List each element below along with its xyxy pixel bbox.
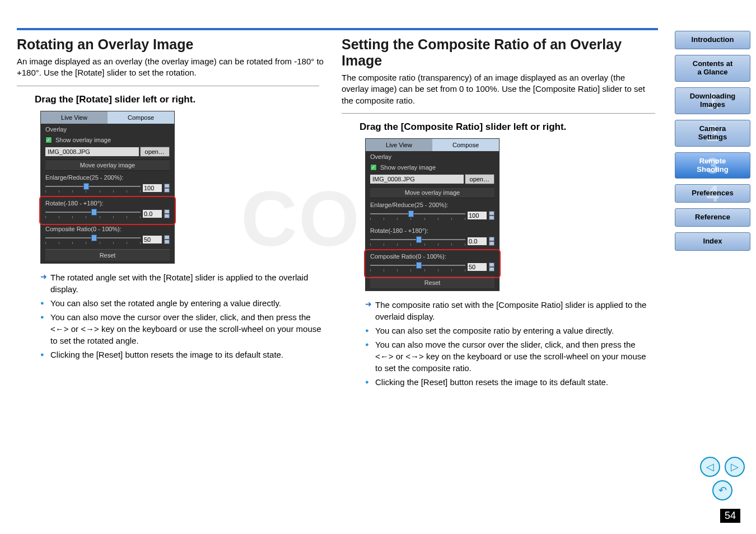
overlay-header: Overlay [366, 151, 499, 162]
note-item: The composite ratio set with the [Compos… [365, 299, 650, 322]
composite-value[interactable]: 50 [143, 236, 162, 243]
note-item: You can also set the rotated angle by en… [40, 297, 325, 309]
composite-slider[interactable] [370, 262, 465, 272]
note-item: Clicking the [Reset] button resets the i… [365, 376, 650, 388]
section-title: Rotating an Overlay Image [17, 36, 325, 53]
header-accent-bar [17, 28, 658, 30]
enlarge-value[interactable]: 100 [143, 184, 162, 192]
section-intro: The composite ratio (transparency) of an… [342, 72, 650, 106]
section-intro: An image displayed as an overlay (the ov… [17, 56, 325, 79]
composite-label: Composite Ratio(0 - 100%): [45, 226, 170, 232]
composite-group-highlighted: Composite Ratio(0 - 100%): 50 ▲▼ [366, 251, 499, 277]
section-composite: Setting the Composite Ratio of an Overla… [342, 36, 650, 390]
note-item: Clicking the [Reset] button resets the i… [40, 349, 325, 360]
tab-live-view[interactable]: Live View [41, 111, 108, 124]
enlarge-label: Enlarge/Reduce(25 - 200%): [45, 174, 170, 181]
move-overlay-button[interactable]: Move overlay image [45, 160, 170, 171]
composite-slider[interactable] [45, 235, 141, 245]
open-button[interactable]: open… [140, 147, 170, 157]
rotate-spinner[interactable]: ▲▼ [164, 209, 170, 218]
composite-group: Composite Ratio(0 - 100%): 50 ▲▼ [41, 223, 174, 249]
filename-row: IMG_0008.JPG open… [41, 145, 174, 158]
sidebar-item-preferences[interactable]: 4Preferences [675, 184, 750, 203]
panel-tabs: Live View Compose [366, 139, 499, 151]
overlay-panel: Live View Compose Overlay ✓ Show overlay… [40, 111, 175, 264]
reset-button[interactable]: Reset [45, 249, 170, 261]
enlarge-label: Enlarge/Reduce(25 - 200%): [370, 202, 494, 208]
sidebar-item-remote-shooting[interactable]: 3Remote Shooting [675, 152, 750, 179]
enlarge-slider[interactable] [370, 210, 465, 221]
tab-live-view[interactable]: Live View [366, 139, 432, 151]
notes-left: The rotated angle set with the [Rotate] … [40, 271, 325, 360]
rotate-label: Rotate(-180 - +180°): [370, 227, 494, 234]
overlay-panel: Live View Compose Overlay ✓ Show overlay… [365, 138, 500, 291]
prev-page-icon[interactable]: ◁ [700, 457, 720, 477]
page-number: 54 [720, 509, 740, 523]
rotate-label: Rotate(-180 - +180°): [45, 200, 170, 207]
rotate-slider[interactable] [45, 209, 141, 219]
show-overlay-row: ✓ Show overlay image [41, 135, 174, 145]
show-overlay-label: Show overlay image [55, 137, 111, 143]
sidebar-item-introduction[interactable]: Introduction [675, 31, 750, 49]
section-rotating: Rotating an Overlay Image An image displ… [17, 36, 325, 390]
page-content: Rotating an Overlay Image An image displ… [17, 36, 650, 390]
reset-button[interactable]: Reset [370, 277, 494, 288]
enlarge-reduce-group: Enlarge/Reduce(25 - 200%): 100 ▲▼ [41, 172, 174, 198]
filename-row: IMG_0008.JPG open… [366, 172, 499, 186]
divider [342, 113, 655, 114]
move-overlay-button[interactable]: Move overlay image [370, 187, 494, 198]
tab-compose[interactable]: Compose [108, 111, 174, 124]
back-icon[interactable]: ↶ [712, 480, 732, 500]
composite-value[interactable]: 50 [468, 263, 487, 271]
panel-tabs: Live View Compose [41, 111, 174, 124]
show-overlay-checkbox[interactable]: ✓ [370, 164, 377, 171]
show-overlay-checkbox[interactable]: ✓ [45, 137, 52, 143]
enlarge-slider[interactable] [45, 183, 141, 193]
next-page-icon[interactable]: ▷ [725, 457, 745, 477]
tab-compose[interactable]: Compose [432, 139, 499, 151]
notes-right: The composite ratio set with the [Compos… [365, 299, 650, 388]
sidebar-navigation: Introduction Contents at a Glance 1Downl… [675, 31, 750, 251]
enlarge-reduce-group: Enlarge/Reduce(25 - 200%): 100 ▲▼ [366, 199, 499, 225]
sidebar-item-contents[interactable]: Contents at a Glance [675, 55, 750, 82]
show-overlay-row: ✓ Show overlay image [366, 162, 499, 172]
rotate-group: Rotate(-180 - +180°): 0.0 ▲▼ [366, 225, 499, 251]
rotate-slider[interactable] [370, 236, 465, 246]
enlarge-value[interactable]: 100 [468, 212, 487, 219]
note-item: You can also move the cursor over the sl… [40, 311, 325, 346]
overlay-header: Overlay [41, 124, 174, 135]
sidebar-item-camera-settings[interactable]: 2Camera Settings [675, 120, 750, 147]
sidebar-item-reference[interactable]: Reference [675, 208, 750, 227]
section-title: Setting the Composite Ratio of an Overla… [342, 36, 650, 69]
note-item: You can also move the cursor over the sl… [365, 339, 650, 374]
sidebar-item-downloading[interactable]: 1Downloading Images [675, 87, 750, 114]
rotate-value[interactable]: 0.0 [143, 210, 162, 218]
sidebar-item-index[interactable]: Index [675, 232, 750, 251]
overlay-filename: IMG_0008.JPG [45, 147, 139, 156]
composite-spinner[interactable]: ▲▼ [489, 263, 494, 271]
instruction-text: Drag the [Composite Ratio] slider left o… [360, 121, 650, 133]
note-item: The rotated angle set with the [Rotate] … [40, 271, 325, 295]
instruction-text: Drag the [Rotate] slider left or right. [35, 94, 325, 105]
composite-label: Composite Ratio(0 - 100%): [370, 253, 494, 260]
enlarge-spinner[interactable]: ▲▼ [489, 211, 494, 220]
enlarge-spinner[interactable]: ▲▼ [164, 184, 170, 193]
rotate-group-highlighted: Rotate(-180 - +180°): 0.0 ▲▼ [41, 198, 174, 223]
page-nav-icons: ◁ ▷ ↶ [700, 457, 745, 500]
divider [17, 86, 319, 86]
rotate-value[interactable]: 0.0 [468, 237, 487, 245]
open-button[interactable]: open… [465, 174, 494, 184]
show-overlay-label: Show overlay image [380, 164, 436, 171]
note-item: You can also set the composite ratio by … [365, 325, 650, 336]
overlay-filename: IMG_0008.JPG [370, 175, 464, 184]
rotate-spinner[interactable]: ▲▼ [489, 237, 494, 246]
composite-spinner[interactable]: ▲▼ [164, 235, 170, 244]
overlay-panel-screenshot: Live View Compose Overlay ✓ Show overlay… [40, 111, 325, 264]
overlay-panel-screenshot: Live View Compose Overlay ✓ Show overlay… [365, 138, 650, 291]
